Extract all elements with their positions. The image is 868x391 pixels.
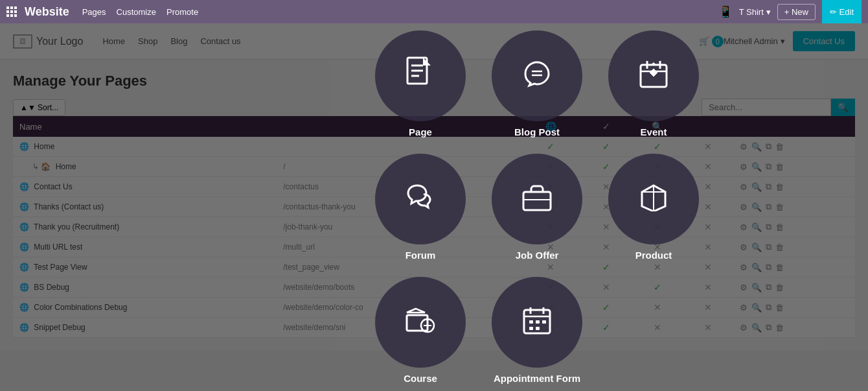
chooser-icon-forum[interactable] (375, 154, 466, 244)
chooser-cell-course: Course (375, 277, 466, 351)
chooser-icon-course[interactable] (375, 277, 466, 351)
new-button[interactable]: + New (777, 4, 816, 20)
chooser-cell-blog-post: Blog Post (492, 30, 582, 137)
chooser-cell-appointment-form: Appointment Form (492, 277, 582, 351)
chooser-icon-event[interactable] (608, 30, 699, 121)
chooser-cell-page: Page (375, 30, 466, 137)
mobile-icon[interactable]: 📱 (718, 5, 733, 19)
chooser-icon-product[interactable] (608, 154, 699, 244)
overlay[interactable]: PageBlog PostEventForumJob OfferProductC… (0, 23, 868, 351)
grid-menu[interactable] (6, 6, 17, 17)
appointment-form-icon (523, 306, 551, 339)
top-nav-links: Pages Customize Promote (82, 7, 198, 17)
chevron-down-icon: ▾ (766, 7, 771, 17)
chooser-label-event: Event (641, 126, 667, 137)
chooser-label-forum: Forum (405, 250, 436, 261)
svg-rect-12 (523, 192, 551, 210)
page-icon (406, 56, 435, 96)
svg-rect-29 (536, 327, 540, 330)
icon-chooser-grid: PageBlog PostEventForumJob OfferProductC… (365, 26, 709, 351)
chooser-icon-job-offer[interactable] (492, 154, 582, 244)
svg-rect-27 (542, 320, 546, 324)
svg-rect-26 (536, 320, 540, 324)
nav-pages[interactable]: Pages (82, 7, 106, 17)
svg-marker-11 (650, 69, 657, 77)
chooser-cell-event: Event (608, 30, 699, 137)
chooser-cell-product: Product (608, 154, 699, 261)
nav-customize[interactable]: Customize (117, 7, 156, 17)
nav-promote[interactable]: Promote (166, 7, 198, 17)
chooser-label-job-offer: Job Offer (516, 250, 559, 261)
svg-rect-25 (529, 320, 533, 324)
svg-rect-28 (529, 327, 533, 330)
chooser-label-product: Product (635, 250, 672, 261)
chooser-cell-job-offer: Job Offer (492, 154, 582, 261)
course-icon (405, 306, 435, 339)
chooser-icon-appointment-form[interactable] (492, 277, 582, 351)
chooser-icon-page[interactable] (375, 30, 466, 121)
tshirt-dropdown[interactable]: T Shirt ▾ (739, 7, 771, 17)
event-icon (639, 60, 668, 93)
svg-rect-16 (407, 315, 428, 331)
top-nav: Website Pages Customize Promote 📱 T Shir… (0, 0, 868, 23)
product-icon (639, 183, 668, 216)
forum-icon (405, 183, 435, 216)
svg-marker-20 (407, 309, 425, 313)
blog-post-icon (523, 60, 551, 93)
edit-button[interactable]: ✏ Edit (822, 0, 862, 23)
chooser-label-page: Page (409, 126, 432, 137)
site-title: Website (25, 5, 69, 19)
top-nav-right: 📱 T Shirt ▾ + New ✏ Edit (718, 0, 862, 23)
chooser-icon-blog-post[interactable] (492, 30, 582, 121)
grid-icon (6, 6, 17, 17)
tshirt-label: T Shirt (739, 7, 764, 17)
job-offer-icon (522, 183, 552, 216)
chooser-cell-forum: Forum (375, 154, 466, 261)
chooser-label-blog-post: Blog Post (514, 126, 560, 137)
